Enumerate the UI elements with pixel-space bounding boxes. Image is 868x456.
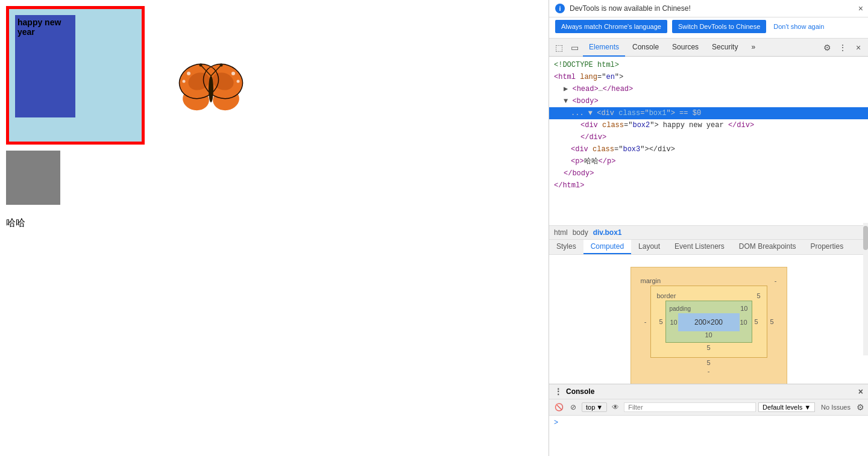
console-toolbar: 🚫 ⊘ top ▼ 👁 Default levels ▼ No Issues ⚙ — [549, 399, 868, 416]
notif-close-icon[interactable]: × — [858, 4, 863, 13]
console-top-label: top — [586, 404, 595, 411]
bm-border-left-val[interactable]: 5 — [657, 318, 665, 325]
cursor-tool-icon[interactable]: ⬚ — [552, 40, 566, 55]
tab-event-listeners[interactable]: Event Listeners — [667, 240, 732, 254]
dom-line-html[interactable]: <html lang="en"> — [549, 71, 868, 83]
bm-padding-label: padding — [670, 305, 691, 312]
dont-show-again-button[interactable]: Don't show again — [771, 20, 826, 33]
svg-point-16 — [220, 64, 223, 67]
device-toolbar-icon[interactable]: ▭ — [567, 40, 582, 55]
bm-padding: padding 10 10 200×200 — [665, 301, 752, 343]
bm-border-label: border — [657, 292, 676, 299]
dom-line-html-close[interactable]: </html> — [549, 180, 868, 192]
dom-line-box1-close[interactable]: </div> — [549, 131, 868, 143]
styles-scrollbar[interactable] — [863, 240, 868, 355]
bm-margin-left-val[interactable]: - — [641, 318, 650, 325]
box1: happy new year — [6, 6, 145, 145]
box2-text: happy new year — [17, 17, 61, 37]
bm-margin-top-val[interactable]: - — [775, 277, 777, 284]
bm-margin-bottom-val[interactable]: 5 — [641, 359, 777, 366]
console-eye-icon[interactable]: 👁 — [609, 401, 621, 413]
console-default-levels[interactable]: Default levels ▼ — [758, 402, 815, 412]
breadcrumb-box1[interactable]: div.box1 — [593, 228, 622, 237]
svg-point-12 — [209, 76, 213, 102]
dom-line-head[interactable]: ▶ <head>…</head> — [549, 83, 868, 95]
console-header: ⋮ Console × — [549, 384, 868, 399]
console-settings-icon[interactable]: ⚙ — [857, 402, 864, 412]
toolbar-right: ⚙ ⋮ × — [820, 40, 866, 55]
dom-line-box1[interactable]: ... ▼ <div class="box1"> == $0 — [549, 107, 868, 119]
console-filter-icon[interactable]: ⊘ — [567, 401, 579, 413]
tab-computed[interactable]: Computed — [583, 240, 631, 254]
box-model-container: margin - - border 5 5 — [549, 255, 868, 384]
settings-icon[interactable]: ⚙ — [820, 40, 834, 55]
menu-icon[interactable]: ⋮ — [835, 40, 850, 55]
scrollbar-thumb[interactable] — [863, 240, 868, 250]
breadcrumb: html body div.box1 — [549, 225, 868, 240]
bm-padding-sides: 10 200×200 10 — [670, 313, 748, 331]
bm-margin-right-val[interactable]: 5 — [767, 318, 777, 325]
tab-elements[interactable]: Elements — [583, 39, 625, 57]
tab-security[interactable]: Security — [706, 39, 744, 57]
console-body: > — [549, 416, 868, 456]
breadcrumb-body[interactable]: body — [573, 228, 588, 237]
dom-line-box2[interactable]: <div class="box2"> happy new year </div> — [549, 119, 868, 131]
breadcrumb-html[interactable]: html — [554, 228, 568, 237]
svg-point-6 — [187, 72, 190, 75]
close-devtools-icon[interactable]: × — [851, 40, 866, 55]
svg-point-7 — [231, 72, 235, 75]
console-close-icon[interactable]: × — [858, 387, 863, 396]
bm-border-sides: 5 padding 10 10 — [657, 301, 761, 343]
console-prompt[interactable]: > — [554, 418, 558, 426]
bm-padding-left-val[interactable]: 10 — [670, 319, 678, 326]
bm-padding-top-val[interactable]: 10 — [740, 305, 747, 312]
console-filter-input[interactable] — [624, 402, 756, 412]
bm-padding-bottom-val[interactable]: 10 — [670, 331, 748, 339]
tab-layout[interactable]: Layout — [631, 240, 667, 254]
haha-text: 哈哈 — [6, 217, 25, 230]
devtools-panel: i DevTools is now available in Chinese! … — [549, 0, 868, 456]
info-icon: i — [555, 4, 565, 13]
match-language-button[interactable]: Always match Chrome's language — [555, 20, 667, 33]
notif-bar: i DevTools is now available in Chinese! … — [549, 0, 868, 17]
bm-margin: margin - - border 5 5 — [631, 267, 787, 384]
tab-more[interactable]: » — [745, 39, 761, 57]
console-title: Console — [566, 387, 594, 396]
bm-margin-footer-val[interactable]: - — [641, 367, 777, 375]
dom-line-body[interactable]: ▼ <body> — [549, 95, 868, 107]
switch-devtools-button[interactable]: Switch DevTools to Chinese — [672, 20, 766, 33]
tab-styles[interactable]: Styles — [549, 240, 583, 254]
tab-sources[interactable]: Sources — [666, 39, 705, 57]
console-no-issues: No Issues — [817, 404, 854, 411]
dom-line-p[interactable]: <p>哈哈</p> — [549, 155, 868, 167]
dom-line-doctype[interactable]: <!DOCTYPE html> — [549, 59, 868, 71]
console-clear-icon[interactable]: 🚫 — [553, 401, 565, 413]
tab-console[interactable]: Console — [626, 39, 665, 57]
console-top-button[interactable]: top ▼ — [582, 402, 607, 412]
notif-buttons: Always match Chrome's language Switch De… — [549, 17, 868, 39]
console-panel: ⋮ Console × 🚫 ⊘ top ▼ 👁 Default levels ▼… — [549, 384, 868, 456]
svg-point-8 — [183, 80, 186, 83]
svg-point-9 — [237, 80, 240, 83]
bm-content[interactable]: 200×200 — [678, 313, 740, 331]
butterfly — [178, 60, 238, 114]
notif-text: DevTools is now available in Chinese! — [570, 4, 862, 13]
main-content: happy new year — [0, 0, 549, 456]
bm-border: border 5 5 padding 10 — [650, 286, 767, 358]
svg-point-15 — [200, 64, 203, 67]
bm-border-right-val[interactable]: 5 — [752, 318, 761, 325]
dom-panel: <!DOCTYPE html> <html lang="en"> ▶ <head… — [549, 57, 868, 225]
box-model: margin - - border 5 5 — [631, 267, 787, 384]
styles-tabs: Styles Computed Layout Event Listeners D… — [549, 240, 868, 255]
tab-properties[interactable]: Properties — [804, 240, 851, 254]
bm-padding-right-val[interactable]: 10 — [740, 319, 748, 326]
box3 — [6, 151, 60, 205]
bm-content-size: 200×200 — [694, 318, 723, 326]
bm-border-bottom-val[interactable]: 5 — [657, 344, 761, 351]
dom-line-body-close[interactable]: </body> — [549, 167, 868, 180]
console-drag-icon[interactable]: ⋮ — [554, 387, 562, 396]
tab-dom-breakpoints[interactable]: DOM Breakpoints — [732, 240, 804, 254]
dom-line-box3[interactable]: <div class="box3"></div> — [549, 143, 868, 155]
bm-border-top-val[interactable]: 5 — [756, 292, 760, 299]
styles-panel: Styles Computed Layout Event Listeners D… — [549, 240, 868, 384]
